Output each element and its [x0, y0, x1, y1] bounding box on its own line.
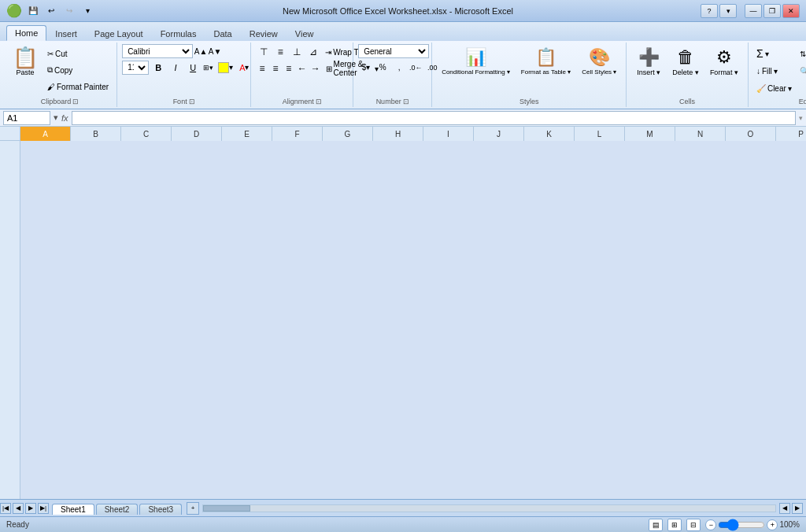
tab-page-layout[interactable]: Page Layout	[86, 26, 152, 41]
clear-dropdown[interactable]: ▾	[788, 84, 792, 93]
sheet-nav-prev[interactable]: ◀	[13, 503, 24, 514]
col-header-j[interactable]: J	[474, 127, 524, 141]
tab-home[interactable]: Home	[6, 25, 46, 41]
tab-data[interactable]: Data	[205, 26, 240, 41]
normal-view-button[interactable]: ▤	[649, 519, 663, 531]
formula-expand-button[interactable]: ▾	[54, 113, 58, 123]
col-header-k[interactable]: K	[524, 127, 575, 141]
col-header-d[interactable]: D	[172, 127, 222, 141]
fill-dropdown[interactable]: ▾	[229, 63, 233, 72]
new-sheet-button[interactable]: +	[187, 502, 199, 515]
col-header-c[interactable]: C	[121, 127, 172, 141]
find-select-button[interactable]: 🔍 Find & Select ▾	[797, 63, 806, 79]
sheet-tab-3[interactable]: Sheet3	[139, 504, 182, 515]
insert-dropdown[interactable]: ▾	[656, 68, 660, 76]
col-header-f[interactable]: F	[272, 127, 323, 141]
format-cells-button[interactable]: ⚙ Format ▾	[705, 44, 743, 79]
align-center-button[interactable]: ≡	[269, 61, 282, 76]
format-dropdown[interactable]: ▾	[734, 68, 738, 76]
col-header-a[interactable]: A	[20, 127, 71, 141]
font-name-select[interactable]: Calibri	[122, 44, 193, 58]
format-as-table-button[interactable]: 📋 Format as Table ▾	[516, 44, 575, 79]
currency-button[interactable]: $▾	[358, 60, 374, 75]
sheet-tab-2[interactable]: Sheet2	[96, 504, 139, 515]
col-header-i[interactable]: I	[423, 127, 474, 141]
paste-button[interactable]: 📋 Paste	[8, 44, 43, 79]
page-layout-view-button[interactable]: ⊞	[667, 519, 682, 531]
cell-styles-button[interactable]: 🎨 Cell Styles ▾	[577, 44, 621, 79]
increase-indent-button[interactable]: →	[309, 61, 322, 76]
align-left-button[interactable]: ≡	[256, 61, 268, 76]
sheet-nav-last[interactable]: ▶|	[38, 503, 49, 514]
tab-view[interactable]: View	[287, 26, 323, 41]
tab-formulas[interactable]: Formulas	[152, 26, 205, 41]
sum-dropdown[interactable]: ▾	[765, 50, 769, 58]
col-header-b[interactable]: B	[71, 127, 121, 141]
cell-reference-input[interactable]	[3, 111, 50, 125]
format-painter-button[interactable]: 🖌 Format Painter	[44, 79, 112, 94]
undo-button[interactable]: ↩	[43, 4, 59, 18]
grid-scroll[interactable]	[20, 141, 806, 499]
font-size-select[interactable]: 11	[122, 61, 149, 75]
h-scroll-thumb[interactable]	[203, 505, 250, 512]
fmt-table-dropdown[interactable]: ▾	[568, 68, 571, 76]
col-header-o[interactable]: O	[726, 127, 776, 141]
fill-dropdown[interactable]: ▾	[774, 67, 778, 76]
font-color-button[interactable]: A ▾	[237, 62, 251, 73]
col-header-e[interactable]: E	[222, 127, 272, 141]
qa-dropdown-button[interactable]: ▾	[79, 4, 95, 18]
conditional-formatting-button[interactable]: 📊 Conditional Formatting ▾	[437, 44, 515, 79]
sheet-nav-first[interactable]: |◀	[0, 503, 11, 514]
page-break-view-button[interactable]: ⊟	[686, 519, 701, 531]
decrease-decimal-button[interactable]: .0←	[408, 60, 423, 75]
font-color-dropdown[interactable]: ▾	[245, 63, 249, 72]
bold-button[interactable]: B	[150, 60, 166, 75]
col-header-l[interactable]: L	[575, 127, 625, 141]
sort-filter-button[interactable]: ⇅ Sort & Filter ▾	[797, 46, 806, 61]
decrease-indent-button[interactable]: ←	[296, 61, 309, 76]
cell-styles-dropdown[interactable]: ▾	[613, 68, 616, 76]
align-bottom-button[interactable]: ⊥	[289, 45, 305, 60]
formula-input[interactable]	[72, 111, 796, 125]
font-grow-button[interactable]: A▲	[194, 45, 207, 57]
delete-dropdown[interactable]: ▾	[695, 68, 699, 76]
comma-button[interactable]: ,	[391, 60, 407, 75]
clipboard-expand-icon[interactable]: ⊡	[72, 98, 79, 105]
sheet-nav-next[interactable]: ▶	[25, 503, 36, 514]
scroll-right-button[interactable]: ▶	[792, 503, 803, 514]
copy-button[interactable]: ⧉ Copy	[44, 62, 112, 78]
zoom-out-button[interactable]: −	[705, 519, 716, 530]
col-header-n[interactable]: N	[675, 127, 726, 141]
redo-button[interactable]: ↪	[61, 4, 77, 18]
zoom-slider[interactable]	[718, 522, 765, 528]
save-button[interactable]: 💾	[25, 4, 41, 18]
text-angle-button[interactable]: ⊿	[305, 45, 321, 60]
fill-button[interactable]: ↓ Fill ▾	[753, 63, 795, 79]
clear-button[interactable]: 🧹 Clear ▾	[753, 80, 795, 96]
window-restore-button[interactable]: ❐	[763, 4, 781, 18]
alignment-expand-icon[interactable]: ⊡	[316, 98, 322, 105]
tab-review[interactable]: Review	[241, 26, 287, 41]
delete-cells-button[interactable]: 🗑 Delete ▾	[667, 44, 704, 79]
fill-color-button[interactable]: ▾	[216, 61, 235, 74]
horizontal-scrollbar[interactable]	[202, 504, 776, 512]
cond-dropdown[interactable]: ▾	[507, 68, 510, 76]
insert-cells-button[interactable]: ➕ Insert ▾	[631, 44, 666, 79]
border-icon[interactable]: ⊞▾	[203, 64, 213, 72]
percent-button[interactable]: %	[375, 60, 390, 75]
scroll-left-button[interactable]: ◀	[779, 503, 790, 514]
italic-button[interactable]: I	[168, 60, 183, 75]
underline-button[interactable]: U	[185, 60, 201, 75]
tab-insert[interactable]: Insert	[46, 26, 86, 41]
align-middle-button[interactable]: ≡	[272, 45, 288, 60]
font-expand-icon[interactable]: ⊡	[189, 98, 195, 105]
help-button[interactable]: ?	[701, 4, 718, 18]
sum-button[interactable]: Σ ▾	[753, 46, 795, 61]
number-expand-icon[interactable]: ⊡	[403, 98, 409, 105]
align-right-button[interactable]: ≡	[283, 61, 295, 76]
zoom-in-button[interactable]: +	[767, 519, 778, 530]
cut-button[interactable]: ✂ Cut	[44, 46, 112, 61]
align-top-button[interactable]: ⊤	[256, 45, 272, 60]
number-format-select[interactable]: General	[358, 44, 429, 58]
ribbon-minimize-button[interactable]: ▾	[719, 4, 737, 18]
